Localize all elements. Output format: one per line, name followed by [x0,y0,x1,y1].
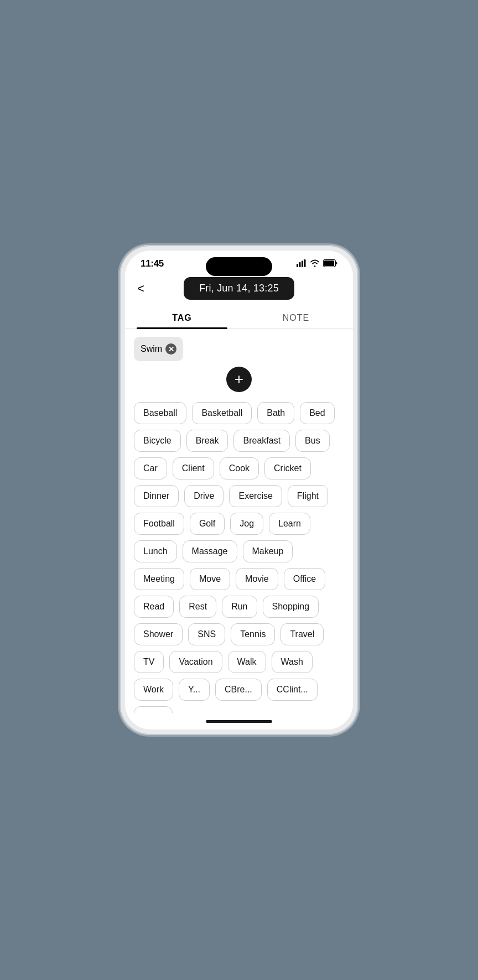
tabs: TAG NOTE [125,306,353,329]
tag-walk[interactable]: Walk [228,651,266,673]
phone-screen: 11:45 [125,251,353,729]
tag-makeup[interactable]: Makeup [243,540,293,562]
tag-shower[interactable]: Shower [134,623,183,645]
date-pill: Fri, Jun 14, 13:25 [184,277,294,300]
svg-rect-3 [304,259,306,267]
selected-tags-area: Swim ✕ [134,337,344,361]
selected-tag-label: Swim [141,344,162,354]
tag-jog[interactable]: Jog [230,513,263,535]
tag-breakfast[interactable]: Breakfast [233,430,290,452]
phone-frame: 11:45 [119,245,358,735]
tab-note[interactable]: NOTE [239,306,353,329]
tag-cook[interactable]: Cook [220,457,259,479]
tag-meeting[interactable]: Meeting [134,568,184,590]
svg-rect-1 [299,262,301,267]
tag-vacation[interactable]: Vacation [169,651,222,673]
signal-icon [297,259,306,269]
remove-tag-swim[interactable]: ✕ [165,343,176,355]
tag-lunch[interactable]: Lunch [134,540,177,562]
tag-flight[interactable]: Flight [288,485,328,507]
tag-drive[interactable]: Drive [184,485,224,507]
tag-grid: Baseball Basketball Bath Bed Bicycle Bre… [134,402,344,713]
content-area: Swim ✕ + Baseball Basketball Bath Bed Bi… [125,329,353,713]
selected-tag-swim[interactable]: Swim ✕ [134,337,183,361]
tag-bus[interactable]: Bus [295,430,330,452]
home-bar [206,720,272,723]
tag-cricket[interactable]: Cricket [264,457,311,479]
tag-client[interactable]: Client [173,457,214,479]
tab-tag[interactable]: TAG [125,306,239,329]
tag-tv[interactable]: TV [134,651,164,673]
tag-exercise[interactable]: Exercise [229,485,282,507]
tag-rest[interactable]: Rest [179,596,216,618]
header: < Fri, Jun 14, 13:25 [125,273,353,306]
tag-cbreak[interactable]: CBre... [215,679,262,701]
back-button[interactable]: < [137,282,144,296]
tag-office[interactable]: Office [284,568,326,590]
tag-work[interactable]: Work [134,679,173,701]
tag-baseball[interactable]: Baseball [134,402,186,424]
tag-football[interactable]: Football [134,513,184,535]
tag-learn[interactable]: Learn [269,513,310,535]
add-button-row: + [134,367,344,392]
tag-dinner[interactable]: Dinner [134,485,179,507]
tag-bath[interactable]: Bath [257,402,294,424]
battery-icon [323,259,337,269]
tag-y[interactable]: Y... [179,679,210,701]
svg-rect-0 [297,264,298,267]
tag-bed[interactable]: Bed [300,402,334,424]
tag-shopping[interactable]: Shopping [263,596,319,618]
add-tag-button[interactable]: + [226,367,252,392]
tag-cclient[interactable]: CClint... [267,679,318,701]
tag-break[interactable]: Break [186,430,228,452]
home-indicator [125,713,353,729]
tag-ch[interactable]: CH... [134,706,173,713]
tag-sns[interactable]: SNS [188,623,225,645]
tag-run[interactable]: Run [222,596,257,618]
tag-massage[interactable]: Massage [183,540,237,562]
status-bar: 11:45 [125,251,353,273]
wifi-icon [310,259,320,269]
tag-car[interactable]: Car [134,457,167,479]
tag-bicycle[interactable]: Bicycle [134,430,181,452]
svg-rect-2 [302,260,303,267]
tag-wash[interactable]: Wash [272,651,313,673]
status-time: 11:45 [141,258,164,269]
tag-read[interactable]: Read [134,596,174,618]
status-icons [297,259,337,269]
tag-basketball[interactable]: Basketball [192,402,252,424]
tag-move[interactable]: Move [190,568,230,590]
tag-golf[interactable]: Golf [190,513,225,535]
tag-movie[interactable]: Movie [236,568,278,590]
tag-tennis[interactable]: Tennis [231,623,275,645]
svg-rect-5 [324,260,334,266]
tag-travel[interactable]: Travel [280,623,324,645]
